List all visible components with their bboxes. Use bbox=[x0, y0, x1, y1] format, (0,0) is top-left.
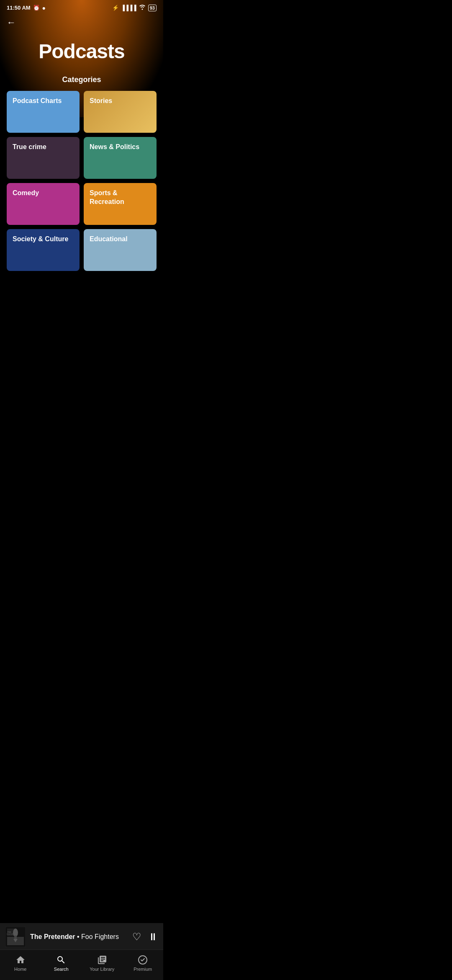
category-card-society-culture[interactable]: Society & Culture bbox=[7, 229, 80, 271]
categories-section: Categories Podcast Charts Stories True c… bbox=[0, 75, 163, 271]
page-title: Podcasts bbox=[0, 31, 163, 75]
status-left: 11:50 AM ⏰ ● bbox=[7, 5, 46, 11]
battery-display: 93 bbox=[148, 5, 157, 11]
spotify-status-icon: ● bbox=[42, 5, 46, 11]
signal-icon: ▐▐▐▐ bbox=[121, 5, 136, 11]
categories-grid: Podcast Charts Stories True crime News &… bbox=[7, 91, 157, 271]
time-display: 11:50 AM bbox=[7, 5, 31, 11]
back-button[interactable]: ← bbox=[0, 14, 163, 31]
category-label-stories: Stories bbox=[90, 97, 112, 106]
category-label-educational: Educational bbox=[90, 235, 128, 244]
status-bar: 11:50 AM ⏰ ● ⚡ ▐▐▐▐ 93 bbox=[0, 0, 163, 14]
status-right: ⚡ ▐▐▐▐ 93 bbox=[112, 4, 157, 11]
alarm-icon: ⏰ bbox=[33, 5, 40, 11]
wifi-icon bbox=[139, 4, 146, 11]
category-label-podcast-charts: Podcast Charts bbox=[13, 97, 62, 106]
category-card-stories[interactable]: Stories bbox=[84, 91, 157, 133]
category-card-educational[interactable]: Educational bbox=[84, 229, 157, 271]
category-card-comedy[interactable]: Comedy bbox=[7, 183, 80, 225]
category-label-society-culture: Society & Culture bbox=[13, 235, 68, 244]
category-label-news-politics: News & Politics bbox=[90, 143, 139, 152]
category-card-news-politics[interactable]: News & Politics bbox=[84, 137, 157, 179]
bluetooth-icon: ⚡ bbox=[112, 5, 119, 11]
category-card-true-crime[interactable]: True crime bbox=[7, 137, 80, 179]
category-label-true-crime: True crime bbox=[13, 143, 46, 152]
category-card-podcast-charts[interactable]: Podcast Charts bbox=[7, 91, 80, 133]
category-card-sports-recreation[interactable]: Sports & Recreation bbox=[84, 183, 157, 225]
category-label-comedy: Comedy bbox=[13, 189, 39, 198]
categories-heading: Categories bbox=[7, 75, 157, 84]
category-label-sports-recreation: Sports & Recreation bbox=[90, 189, 151, 206]
